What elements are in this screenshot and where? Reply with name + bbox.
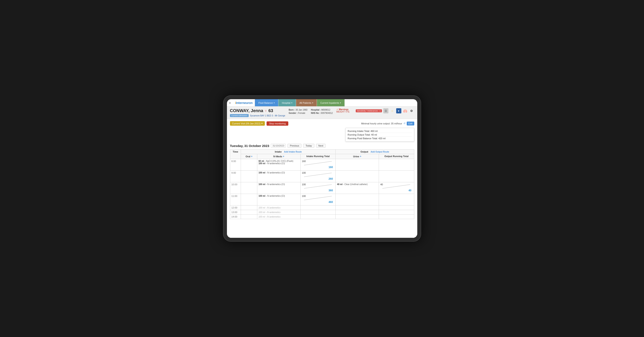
brand-text: Interneuron: [236, 101, 253, 105]
pending-med: 100 ml - IV-antiemetics: [258, 207, 280, 209]
time-cell: 13:00: [230, 210, 241, 215]
oral-cell[interactable]: [241, 159, 257, 171]
add-output-route-link[interactable]: Add Output Route: [370, 151, 389, 153]
urine-entry-cell[interactable]: [336, 206, 379, 210]
header-intake-section: Intake Add Intake Route: [241, 150, 336, 154]
lungs-icon: 🫁: [403, 108, 408, 113]
oral-add-icon[interactable]: +: [251, 155, 252, 158]
expand-button[interactable]: ▾: [396, 108, 401, 113]
table-row: 13:00 100 ml - IV-antiemetics: [230, 210, 414, 215]
output-running-cell[interactable]: [379, 194, 414, 206]
output-running-cell[interactable]: [379, 171, 414, 182]
urine-entry-cell[interactable]: [336, 210, 379, 215]
intake-running-cell[interactable]: 100 460: [300, 194, 336, 206]
urine-add-icon[interactable]: +: [360, 155, 361, 158]
urine-entry-cell[interactable]: [336, 215, 379, 219]
sensitivity-badge: Sensitivity / Intolerances : 1: [356, 109, 382, 112]
ivmeds-cell-pending: 100 ml - IV-antiemetics: [257, 215, 300, 219]
med-item: 60 ml - NaCl 0.9%-(IV, CVC) (Flush): [258, 160, 299, 162]
output-running-cell[interactable]: [379, 210, 414, 215]
intake-total: Running Intake Total: 460 ml: [348, 129, 412, 133]
output-running-cell[interactable]: 40 40: [379, 182, 414, 194]
patient-header: CONWAY, Jenna ♀ 63 Current Admission Syc…: [227, 106, 417, 119]
previous-button[interactable]: Previous: [288, 144, 302, 148]
intake-running-cell[interactable]: 100 260: [300, 171, 336, 182]
tab-current-inpatients-arrow: ▾: [340, 102, 341, 104]
brand-logo[interactable]: iInterneuron: [233, 99, 255, 106]
ivmeds-cell[interactable]: 60 ml - NaCl 0.9%-(IV, CVC) (Flush) 100 …: [257, 159, 300, 171]
output-running-cell[interactable]: [379, 215, 414, 219]
table-row: 11:00 100 ml - IV-antiemetics (CI) 100 4…: [230, 194, 414, 206]
header-ivmeds: IV-Meds +: [257, 154, 300, 159]
time-cell: 8:00: [230, 159, 241, 171]
stop-monitoring-button[interactable]: Stop monitoring: [266, 121, 288, 126]
current-visit-button[interactable]: Current Visit (09-Jan-2022) ▾: [230, 121, 265, 126]
ivmeds-cell-pending: 100 ml - IV-antiemetics: [257, 210, 300, 215]
tab-all-patients[interactable]: All Patients ▾: [296, 99, 317, 106]
edit-urine-button[interactable]: Edit: [407, 122, 414, 125]
urine-entry-cell[interactable]: 40 ml - Clear (Urethral catheter): [336, 182, 379, 194]
ivmeds-add-icon[interactable]: +: [283, 155, 284, 158]
output-running-cell[interactable]: [379, 206, 414, 210]
next-button[interactable]: Next: [316, 144, 326, 148]
tablet-frame: ≡ iInterneuron Fluid Balance ▾ Hospital …: [223, 95, 421, 242]
ivmeds-cell[interactable]: 100 ml - IV-antiemetics (CI): [257, 194, 300, 206]
table-row: 12:00 100 ml - IV-antiemetics: [230, 206, 414, 210]
patient-details: Born : 30 Jan 1960 Gender : Female: [289, 108, 308, 115]
header-time: Time: [230, 150, 241, 159]
table-row: 9:00 100 ml - IV-antiemetics (CI) 100 26…: [230, 171, 414, 182]
oral-cell[interactable]: [241, 210, 257, 215]
time-cell: 12:00: [230, 206, 241, 210]
ivmeds-cell[interactable]: 100 ml - IV-antiemetics (CI): [257, 171, 300, 182]
output-running-cell[interactable]: [379, 159, 414, 171]
oral-cell[interactable]: [241, 171, 257, 182]
urine-info: Minimal hourly urine output: 35 ml/hour …: [361, 122, 414, 125]
time-cell: 11:00: [230, 194, 241, 206]
date-short: 31/10/2023: [271, 144, 286, 148]
oral-cell[interactable]: [241, 194, 257, 206]
header-oral: Oral +: [241, 154, 257, 159]
ivmeds-cell-pending: 100 ml - IV-antiemetics: [257, 206, 300, 210]
hamburger-icon[interactable]: ≡: [227, 101, 233, 105]
add-intake-route-link[interactable]: Add Intake Route: [284, 151, 302, 153]
urine-entry-cell[interactable]: [336, 194, 379, 206]
oral-cell[interactable]: [241, 182, 257, 194]
table-row: 14:00 100 ml - IV-antiemetics: [230, 215, 414, 219]
gender-icon: ♀: [264, 109, 267, 113]
med-item: 100 ml - IV-antiemetics (CI): [258, 162, 299, 165]
patient-name: CONWAY, Jenna ♀ 63: [230, 108, 285, 113]
pending-med: 100 ml - IV-antiemetics: [258, 211, 280, 214]
top-nav: ≡ iInterneuron Fluid Balance ▾ Hospital …: [227, 99, 417, 106]
tablet-screen: ≡ iInterneuron Fluid Balance ▾ Hospital …: [227, 99, 417, 238]
header-urine: Urine +: [336, 154, 379, 159]
ivmeds-cell[interactable]: 100 ml - IV-antiemetics (CI): [257, 182, 300, 194]
intake-running-cell[interactable]: 100 360: [300, 182, 336, 194]
time-cell: 10:00: [230, 182, 241, 194]
today-button[interactable]: Today: [303, 144, 314, 148]
warning-icon: ⚠: [336, 108, 338, 111]
med-item: 100 ml - IV-antiemetics (CI): [258, 172, 299, 174]
urine-history-icon[interactable]: ↺: [404, 122, 406, 125]
oral-cell[interactable]: [241, 206, 257, 210]
intake-running-cell[interactable]: [300, 210, 336, 215]
settings-icon[interactable]: ⚙: [409, 108, 414, 113]
balance-total: Running Fluid Balance Total: 420 ml: [348, 137, 412, 140]
date-heading: Tuesday, 31 October 2023: [230, 144, 269, 148]
intake-running-cell[interactable]: [300, 215, 336, 219]
oral-cell[interactable]: [241, 215, 257, 219]
tab-hospital-arrow: ▾: [291, 102, 292, 104]
date-row: Tuesday, 31 October 2023 31/10/2023 Prev…: [230, 144, 414, 148]
favourite-button[interactable]: ☆: [390, 108, 395, 113]
hospital-info: Hospital : M009012 NHS No : 0097904012: [311, 108, 333, 115]
tab-hospital[interactable]: Hospital ▾: [278, 99, 296, 106]
intake-running-cell[interactable]: [300, 206, 336, 210]
table-row: 10:00 100 ml - IV-antiemetics (CI) 100 3…: [230, 182, 414, 194]
admission-badge: Current Admission: [230, 114, 249, 117]
urine-entry-cell[interactable]: [336, 171, 379, 182]
urine-entry-cell[interactable]: [336, 159, 379, 171]
tab-current-inpatients[interactable]: Current Inpatients ▾: [317, 99, 345, 106]
intake-running-cell[interactable]: 160 160: [300, 159, 336, 171]
tab-fluid-balance[interactable]: Fluid Balance ▾: [255, 99, 278, 106]
list-view-button[interactable]: ☰: [383, 108, 388, 113]
header-output-running: Output Running Total: [379, 154, 414, 159]
